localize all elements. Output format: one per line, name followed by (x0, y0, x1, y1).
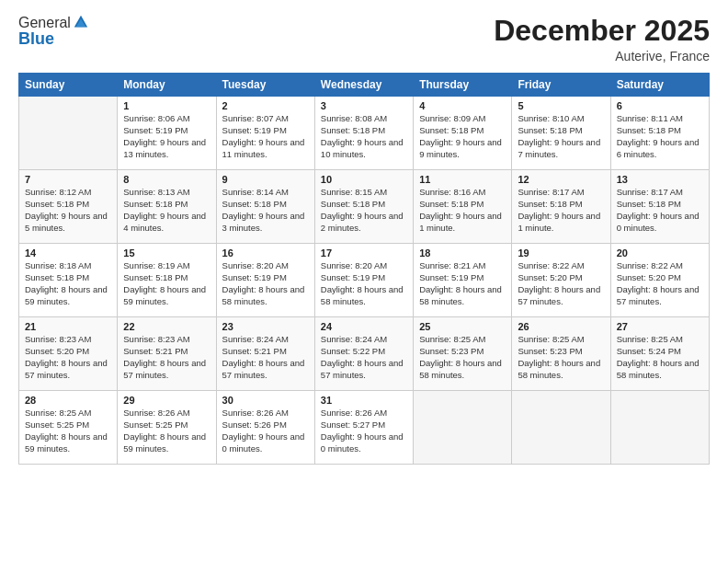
day-detail: Sunrise: 8:11 AMSunset: 5:18 PMDaylight:… (617, 113, 703, 160)
day-detail: Sunrise: 8:08 AMSunset: 5:18 PMDaylight:… (321, 113, 407, 160)
header: General Blue December 2025 Auterive, Fra… (18, 15, 710, 63)
day-number: 7 (25, 174, 111, 185)
day-detail: Sunrise: 8:22 AMSunset: 5:20 PMDaylight:… (617, 260, 703, 307)
table-row: 1Sunrise: 8:06 AMSunset: 5:19 PMDaylight… (118, 97, 216, 170)
table-row: 28Sunrise: 8:25 AMSunset: 5:25 PMDayligh… (19, 391, 118, 465)
day-detail: Sunrise: 8:21 AMSunset: 5:19 PMDaylight:… (419, 260, 506, 307)
table-row: 24Sunrise: 8:24 AMSunset: 5:22 PMDayligh… (314, 317, 413, 391)
table-row: 3Sunrise: 8:08 AMSunset: 5:18 PMDaylight… (314, 97, 413, 170)
day-detail: Sunrise: 8:17 AMSunset: 5:18 PMDaylight:… (518, 187, 604, 234)
day-number: 4 (419, 100, 506, 111)
day-number: 27 (617, 321, 703, 332)
logo-icon (73, 14, 89, 30)
col-wednesday: Wednesday (314, 74, 413, 97)
day-number: 13 (617, 174, 703, 185)
day-number: 25 (419, 321, 506, 332)
day-detail: Sunrise: 8:20 AMSunset: 5:19 PMDaylight:… (222, 260, 309, 307)
table-row: 14Sunrise: 8:18 AMSunset: 5:18 PMDayligh… (19, 244, 118, 317)
logo: General Blue (18, 15, 89, 49)
table-row: 21Sunrise: 8:23 AMSunset: 5:20 PMDayligh… (19, 317, 118, 391)
day-detail: Sunrise: 8:26 AMSunset: 5:25 PMDaylight:… (123, 408, 210, 454)
logo-blue-text: Blue (18, 29, 89, 49)
day-detail: Sunrise: 8:23 AMSunset: 5:20 PMDaylight:… (25, 334, 111, 381)
day-detail: Sunrise: 8:09 AMSunset: 5:18 PMDaylight:… (419, 113, 506, 160)
table-row: 2Sunrise: 8:07 AMSunset: 5:19 PMDaylight… (216, 97, 314, 170)
month-title: December 2025 (494, 15, 710, 47)
day-detail: Sunrise: 8:22 AMSunset: 5:20 PMDaylight:… (518, 260, 604, 307)
table-row: 29Sunrise: 8:26 AMSunset: 5:25 PMDayligh… (118, 391, 216, 465)
col-sunday: Sunday (19, 74, 118, 97)
calendar-week-row: 28Sunrise: 8:25 AMSunset: 5:25 PMDayligh… (19, 391, 710, 465)
table-row: 20Sunrise: 8:22 AMSunset: 5:20 PMDayligh… (610, 244, 709, 317)
day-number: 29 (123, 395, 210, 406)
day-detail: Sunrise: 8:25 AMSunset: 5:25 PMDaylight:… (25, 408, 111, 454)
table-row: 31Sunrise: 8:26 AMSunset: 5:27 PMDayligh… (314, 391, 413, 465)
day-number: 18 (419, 247, 506, 259)
day-detail: Sunrise: 8:20 AMSunset: 5:19 PMDaylight:… (321, 260, 407, 307)
day-detail: Sunrise: 8:23 AMSunset: 5:21 PMDaylight:… (123, 334, 210, 381)
day-detail: Sunrise: 8:06 AMSunset: 5:19 PMDaylight:… (123, 113, 210, 160)
table-row: 18Sunrise: 8:21 AMSunset: 5:19 PMDayligh… (414, 244, 512, 317)
day-number: 10 (321, 174, 407, 185)
day-detail: Sunrise: 8:25 AMSunset: 5:23 PMDaylight:… (518, 334, 604, 381)
col-tuesday: Tuesday (216, 74, 314, 97)
day-number: 9 (222, 174, 309, 185)
col-thursday: Thursday (414, 74, 512, 97)
day-number: 6 (617, 100, 703, 111)
table-row (512, 391, 610, 465)
day-number: 28 (25, 395, 111, 406)
day-number: 11 (419, 174, 506, 185)
table-row: 9Sunrise: 8:14 AMSunset: 5:18 PMDaylight… (216, 170, 314, 244)
table-row: 16Sunrise: 8:20 AMSunset: 5:19 PMDayligh… (216, 244, 314, 317)
day-number: 8 (123, 174, 210, 185)
col-saturday: Saturday (610, 74, 709, 97)
table-row: 12Sunrise: 8:17 AMSunset: 5:18 PMDayligh… (512, 170, 610, 244)
table-row: 25Sunrise: 8:25 AMSunset: 5:23 PMDayligh… (414, 317, 512, 391)
day-number: 30 (222, 395, 309, 406)
day-detail: Sunrise: 8:14 AMSunset: 5:18 PMDaylight:… (222, 187, 309, 234)
table-row (610, 391, 709, 465)
day-number: 5 (518, 100, 604, 111)
day-number: 15 (123, 247, 210, 259)
table-row: 17Sunrise: 8:20 AMSunset: 5:19 PMDayligh… (314, 244, 413, 317)
location: Auterive, France (494, 49, 710, 63)
day-number: 12 (518, 174, 604, 185)
day-detail: Sunrise: 8:24 AMSunset: 5:22 PMDaylight:… (321, 334, 407, 381)
table-row: 27Sunrise: 8:25 AMSunset: 5:24 PMDayligh… (610, 317, 709, 391)
calendar-week-row: 14Sunrise: 8:18 AMSunset: 5:18 PMDayligh… (19, 244, 710, 317)
day-detail: Sunrise: 8:07 AMSunset: 5:19 PMDaylight:… (222, 113, 309, 160)
calendar-week-row: 1Sunrise: 8:06 AMSunset: 5:19 PMDaylight… (19, 97, 710, 170)
calendar-header-row: Sunday Monday Tuesday Wednesday Thursday… (19, 74, 710, 97)
day-number: 22 (123, 321, 210, 332)
table-row: 23Sunrise: 8:24 AMSunset: 5:21 PMDayligh… (216, 317, 314, 391)
day-number: 3 (321, 100, 407, 111)
day-number: 20 (617, 247, 703, 259)
day-number: 26 (518, 321, 604, 332)
day-number: 23 (222, 321, 309, 332)
table-row: 11Sunrise: 8:16 AMSunset: 5:18 PMDayligh… (414, 170, 512, 244)
day-number: 1 (123, 100, 210, 111)
day-detail: Sunrise: 8:18 AMSunset: 5:18 PMDaylight:… (25, 260, 111, 307)
table-row: 7Sunrise: 8:12 AMSunset: 5:18 PMDaylight… (19, 170, 118, 244)
day-detail: Sunrise: 8:12 AMSunset: 5:18 PMDaylight:… (25, 187, 111, 234)
table-row: 10Sunrise: 8:15 AMSunset: 5:18 PMDayligh… (314, 170, 413, 244)
day-detail: Sunrise: 8:19 AMSunset: 5:18 PMDaylight:… (123, 260, 210, 307)
day-detail: Sunrise: 8:26 AMSunset: 5:27 PMDaylight:… (321, 408, 407, 454)
col-friday: Friday (512, 74, 610, 97)
day-detail: Sunrise: 8:15 AMSunset: 5:18 PMDaylight:… (321, 187, 407, 234)
day-number: 31 (321, 395, 407, 406)
calendar-week-row: 7Sunrise: 8:12 AMSunset: 5:18 PMDaylight… (19, 170, 710, 244)
day-detail: Sunrise: 8:25 AMSunset: 5:24 PMDaylight:… (617, 334, 703, 381)
day-detail: Sunrise: 8:16 AMSunset: 5:18 PMDaylight:… (419, 187, 506, 234)
table-row: 8Sunrise: 8:13 AMSunset: 5:18 PMDaylight… (118, 170, 216, 244)
table-row (414, 391, 512, 465)
day-number: 21 (25, 321, 111, 332)
day-detail: Sunrise: 8:25 AMSunset: 5:23 PMDaylight:… (419, 334, 506, 381)
table-row: 5Sunrise: 8:10 AMSunset: 5:18 PMDaylight… (512, 97, 610, 170)
day-number: 16 (222, 247, 309, 259)
calendar-week-row: 21Sunrise: 8:23 AMSunset: 5:20 PMDayligh… (19, 317, 710, 391)
table-row: 4Sunrise: 8:09 AMSunset: 5:18 PMDaylight… (414, 97, 512, 170)
table-row: 15Sunrise: 8:19 AMSunset: 5:18 PMDayligh… (118, 244, 216, 317)
day-number: 24 (321, 321, 407, 332)
table-row (19, 97, 118, 170)
